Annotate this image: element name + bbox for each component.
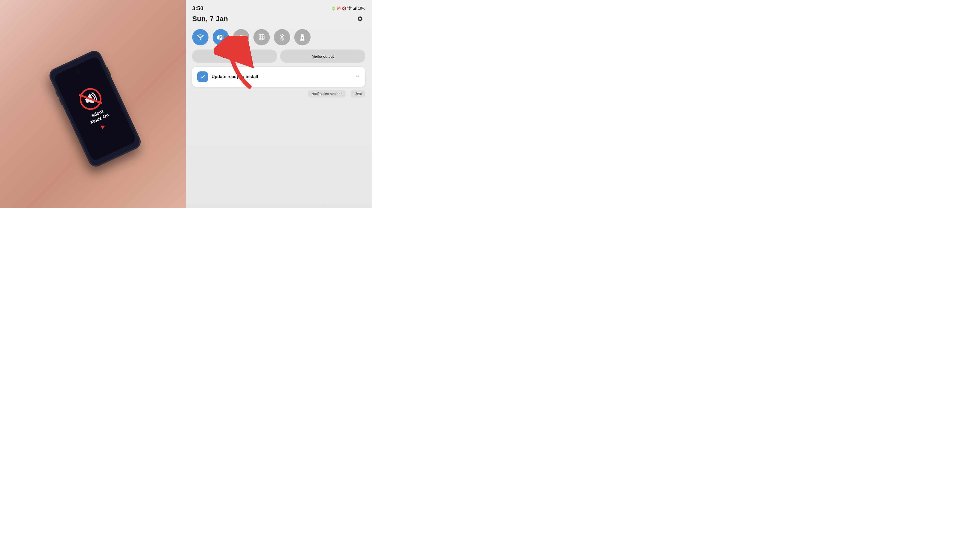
notification-title: Update ready to install [212,74,258,79]
svg-rect-5 [354,8,355,10]
svg-rect-12 [224,35,224,40]
svg-rect-17 [259,35,264,40]
svg-rect-6 [355,7,356,10]
battery-icon: 🔋 [331,6,336,11]
date-display: Sun, 7 Jan [192,15,228,23]
notification-panel: 3:50 🔋 ⏰ 🔇 [186,0,372,208]
side-button-power [107,67,111,76]
status-icons: 🔋 ⏰ 🔇 [331,6,365,11]
arrow-indicator: ▶ [100,122,106,130]
status-time: 3:50 [192,5,204,12]
rotation-lock-toggle[interactable] [233,29,249,45]
notification-card[interactable]: Update ready to install [192,67,365,87]
wifi-status-icon [347,6,352,11]
notification-content: Update ready to install [197,71,258,82]
phone-camera [76,69,80,73]
phone-screen: Silent Mode On ▶ [53,56,137,162]
status-bar: 3:50 🔋 ⏰ 🔇 [192,5,365,12]
phone-body: Silent Mode On ▶ [47,48,143,169]
svg-rect-22 [301,34,304,35]
clear-button[interactable]: Clear [351,90,365,97]
svg-rect-11 [223,36,223,39]
quick-toggles [192,29,365,45]
flashlight-toggle[interactable] [294,29,310,45]
notification-settings-button[interactable]: Notification settings [308,90,345,97]
svg-rect-23 [302,37,303,39]
mute-status-icon: 🔇 [342,6,346,11]
alarm-icon: ⏰ [337,6,341,11]
silent-mode-display: Silent Mode On ▶ [75,84,115,134]
signal-icon [353,6,357,11]
side-button-vol-up [55,91,59,97]
device-control-button[interactable]: Device control [192,49,277,63]
bluetooth-toggle[interactable] [274,29,290,45]
date-row: Sun, 7 Jan [192,14,365,24]
battery-percentage: 19% [358,6,365,11]
svg-rect-8 [217,36,218,39]
phone-section: Silent Mode On ▶ [0,0,186,208]
svg-rect-9 [218,35,219,40]
svg-rect-7 [356,6,357,10]
notification-app-icon [197,71,208,82]
svg-point-16 [241,38,242,39]
controls-row: Device control Media output [192,49,365,63]
settings-button[interactable] [355,14,365,24]
side-button-vol-down [59,99,62,105]
wifi-toggle[interactable] [192,29,208,45]
bottom-actions: Notification settings Clear [192,90,365,97]
screenshot-toggle[interactable] [253,29,270,45]
svg-rect-4 [353,9,354,10]
sound-toggle[interactable] [213,29,229,45]
media-output-button[interactable]: Media output [280,49,365,63]
notification-expand-icon[interactable] [355,74,360,80]
